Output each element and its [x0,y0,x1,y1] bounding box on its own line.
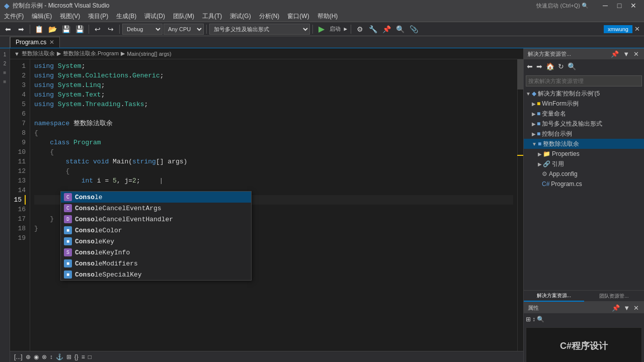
save-all-button[interactable]: 💾 [73,23,86,35]
props-dropdown-button[interactable]: ▼ [622,304,631,312]
left-mini-toolbar: 1 2 ≡ ≡ [0,48,10,362]
quick-launch-box[interactable]: 快速启动 (Ctrl+Q) 🔍 [534,2,591,10]
code-toolbar-btn-1[interactable]: [...] [14,353,23,360]
menu-view[interactable]: 视图(V) [56,11,84,22]
code-toolbar-btn-3[interactable]: ◉ [34,353,39,360]
is-item-modifiers[interactable]: ■ ConsoleModifiers [61,258,251,269]
toolbar-extra-4[interactable]: 🔍 [394,23,407,35]
undo-button[interactable]: ↩ [92,23,104,35]
code-toolbar-btn-7[interactable]: ⊞ [66,353,71,360]
sol-tb-home[interactable]: 🏠 [545,61,555,71]
save-button[interactable]: 💾 [60,23,72,35]
minimize-button[interactable]: ─ [599,0,612,11]
vertical-scrollbar[interactable] [517,59,523,351]
config-dropdown[interactable]: 加号多义性及输出形式 [209,24,310,35]
menu-help[interactable]: 帮助(H) [313,11,342,22]
is-item-specialkey[interactable]: ■ ConsoleSpecialKey [61,269,251,280]
props-close-button[interactable]: ✕ [632,304,640,312]
tree-programcs[interactable]: C# Program.cs [524,179,644,189]
menu-team[interactable]: 团队(M) [169,11,198,22]
left-mini-2[interactable]: 2 [1,59,10,67]
tree-references[interactable]: ▶ 🔗 引用 [524,159,644,169]
props-tb-search[interactable]: 🔍 [537,316,544,323]
menu-file[interactable]: 文件(F) [0,11,28,22]
code-content[interactable]: using System; using System.Collections.G… [30,59,517,351]
redo-button[interactable]: ↪ [105,23,117,35]
is-item-console[interactable]: C Console [61,192,251,203]
menu-analyze[interactable]: 分析(N) [255,11,284,22]
toolbar-extra-5[interactable]: 📎 [408,23,420,35]
tree-solution[interactable]: ▼ ◆ 解决方案'控制台示例'(5 [524,88,644,99]
is-icon-console: C [64,193,72,201]
sb-tab-solution[interactable]: 解决方案资源... [524,291,584,302]
nav-back-button[interactable]: ⬅ [2,23,14,35]
props-tb-grid[interactable]: ⊞ [526,316,531,323]
intdiv-icon: ■ [538,140,541,147]
debug-mode-dropdown[interactable]: Debug [122,24,163,35]
code-toolbar-btn-6[interactable]: ⚓ [56,353,63,360]
breadcrumb-part1[interactable]: 整数除法取余 [22,50,55,57]
breadcrumb-part3[interactable]: Main(string[] args) [127,51,172,57]
tree-varname[interactable]: ▶ ■ 变量命名 [524,109,644,119]
menu-edit[interactable]: 编辑(E) [28,11,56,22]
tree-console[interactable]: ▶ ■ 控制台示例 [524,129,644,139]
solution-search-input[interactable] [526,75,642,86]
left-mini-4[interactable]: ≡ [1,77,10,85]
code-toolbar-btn-8[interactable]: {} [74,353,78,360]
menu-debug[interactable]: 调试(D) [140,11,169,22]
code-toolbar-btn-5[interactable]: ↕ [50,353,53,360]
tree-intdiv[interactable]: ▼ ■ 整数除法取余 [524,139,644,149]
code-toolbar-btn-4[interactable]: ⊗ [42,353,47,360]
menu-project[interactable]: 项目(P) [84,11,112,22]
start-button[interactable]: ▶ [315,23,328,35]
left-mini-3[interactable]: ≡ [1,68,10,76]
is-item-key[interactable]: ■ ConsoleKey [61,236,251,247]
is-label-modifiers: ConsoleModifiers [75,259,138,268]
sidebar-dropdown-button[interactable]: ▼ [622,50,630,58]
toolbar-extra-2[interactable]: 🔧 [367,23,379,35]
tree-winform[interactable]: ▶ ■ WinForm示例 [524,99,644,109]
tree-properties[interactable]: ▶ 📁 Properties [524,149,644,159]
sidebar-pin-button[interactable]: 📌 [610,50,620,58]
scroll-thumb[interactable] [517,59,523,89]
is-item-cancelhandler[interactable]: D ConsoleCancelEventHandler [61,214,251,225]
menu-build[interactable]: 生成(B) [112,11,140,22]
left-mini-1[interactable]: 1 [1,50,10,58]
new-project-button[interactable]: 📋 [33,23,45,35]
open-button[interactable]: 📂 [46,23,59,35]
breadcrumb-part2[interactable]: 整数除法取余.Program [63,50,119,57]
tree-appconfig[interactable]: ⚙ App.config [524,169,644,179]
code-toolbar-btn-2[interactable]: ⊕ [26,353,31,360]
code-toolbar-btn-10[interactable]: □ [88,353,92,360]
close-window-button[interactable]: ✕ [627,0,640,11]
tab-close-button[interactable]: ✕ [49,39,54,46]
menu-tools[interactable]: 工具(T) [198,11,226,22]
code-toolbar-btn-9[interactable]: ≡ [82,353,85,360]
sol-tb-back[interactable]: ⬅ [526,61,534,71]
close-user-button[interactable]: ✕ [634,25,640,33]
sol-tb-forward[interactable]: ➡ [535,61,543,71]
tab-program-cs[interactable]: Program.cs ✕ [10,37,60,48]
tree-plus[interactable]: ▶ ■ 加号多义性及输出形式 [524,119,644,129]
is-item-color[interactable]: ■ ConsoleColor [61,225,251,236]
toolbar-extra-1[interactable]: ⚙ [354,23,366,35]
maximize-button[interactable]: □ [613,0,626,11]
solution-explorer-toolbar: ⬅ ➡ 🏠 ↻ 🔍 [524,59,644,73]
sidebar-header-icons: 📌 ▼ ✕ [610,50,640,58]
sb-tab-team[interactable]: 团队资源管... [584,291,645,302]
menu-test[interactable]: 测试(G) [226,11,255,22]
tree-intdiv-label: 整数除法取余 [543,140,579,148]
code-editor[interactable]: 12345 678910 11121314 15 16171819 using … [10,59,523,351]
platform-dropdown[interactable]: Any CPU [164,24,204,35]
nav-forward-button[interactable]: ➡ [15,23,27,35]
props-tb-sort[interactable]: ↕ [532,316,535,323]
is-item-cancelargs[interactable]: C ConsoleCancelEventArgs [61,203,251,214]
sol-tb-refresh[interactable]: ↻ [557,61,565,71]
props-pin-button[interactable]: 📌 [611,304,621,312]
is-item-keyinfo[interactable]: S ConsoleKeyInfo [61,247,251,258]
toolbar-extra-3[interactable]: 📌 [380,23,393,35]
menu-window[interactable]: 窗口(W) [283,11,313,22]
sol-tb-search[interactable]: 🔍 [567,61,577,71]
sidebar-close-button[interactable]: ✕ [632,50,640,58]
user-name[interactable]: xmwung [604,25,632,33]
